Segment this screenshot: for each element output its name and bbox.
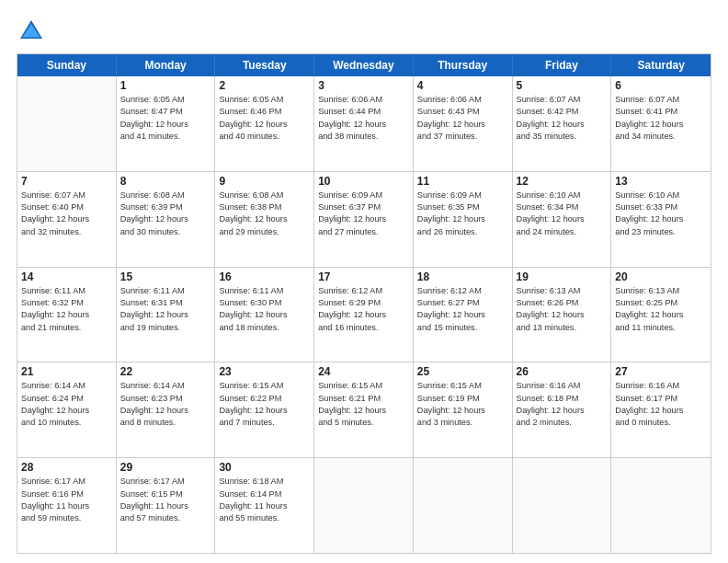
- calendar-cell: 28Sunrise: 6:17 AM Sunset: 6:16 PM Dayli…: [17, 458, 117, 553]
- day-info: Sunrise: 6:09 AM Sunset: 6:35 PM Dayligh…: [417, 190, 508, 238]
- calendar-cell: 19Sunrise: 6:13 AM Sunset: 6:26 PM Dayli…: [513, 268, 612, 362]
- calendar-header-cell: Monday: [117, 54, 216, 76]
- day-number: 14: [21, 270, 112, 283]
- day-number: 2: [219, 79, 310, 92]
- calendar-header-cell: Tuesday: [215, 54, 314, 76]
- day-info: Sunrise: 6:05 AM Sunset: 6:47 PM Dayligh…: [120, 94, 211, 143]
- calendar-cell: 15Sunrise: 6:11 AM Sunset: 6:31 PM Dayli…: [117, 268, 216, 362]
- day-number: 10: [318, 175, 409, 188]
- day-number: 23: [219, 365, 310, 378]
- calendar-header-row: SundayMondayTuesdayWednesdayThursdayFrid…: [17, 54, 711, 76]
- calendar-header-cell: Saturday: [611, 54, 711, 76]
- day-number: 6: [615, 79, 707, 92]
- day-number: 1: [120, 79, 211, 92]
- calendar-cell: 24Sunrise: 6:15 AM Sunset: 6:21 PM Dayli…: [314, 362, 414, 457]
- calendar-cell: 2Sunrise: 6:05 AM Sunset: 6:46 PM Daylig…: [215, 76, 314, 171]
- calendar-cell: 9Sunrise: 6:08 AM Sunset: 6:38 PM Daylig…: [215, 172, 314, 267]
- day-info: Sunrise: 6:16 AM Sunset: 6:17 PM Dayligh…: [615, 380, 707, 429]
- day-number: 26: [517, 365, 608, 378]
- day-number: 25: [417, 365, 508, 378]
- calendar-week-row: 14Sunrise: 6:11 AM Sunset: 6:32 PM Dayli…: [17, 268, 711, 363]
- day-number: 3: [318, 79, 409, 92]
- calendar-cell: 18Sunrise: 6:12 AM Sunset: 6:27 PM Dayli…: [414, 268, 513, 362]
- day-info: Sunrise: 6:14 AM Sunset: 6:24 PM Dayligh…: [21, 380, 112, 429]
- calendar-cell: 27Sunrise: 6:16 AM Sunset: 6:17 PM Dayli…: [611, 362, 711, 457]
- day-number: 18: [417, 270, 508, 283]
- page: SundayMondayTuesdayWednesdayThursdayFrid…: [0, 0, 728, 563]
- day-info: Sunrise: 6:11 AM Sunset: 6:31 PM Dayligh…: [120, 285, 211, 334]
- day-info: Sunrise: 6:10 AM Sunset: 6:34 PM Dayligh…: [517, 190, 608, 238]
- day-info: Sunrise: 6:15 AM Sunset: 6:19 PM Dayligh…: [417, 380, 508, 429]
- calendar-cell: 3Sunrise: 6:06 AM Sunset: 6:44 PM Daylig…: [314, 76, 414, 171]
- day-info: Sunrise: 6:17 AM Sunset: 6:15 PM Dayligh…: [120, 476, 211, 524]
- day-number: 29: [120, 461, 211, 474]
- day-info: Sunrise: 6:06 AM Sunset: 6:44 PM Dayligh…: [318, 94, 409, 143]
- calendar-cell: 17Sunrise: 6:12 AM Sunset: 6:29 PM Dayli…: [314, 268, 414, 362]
- day-number: 11: [417, 175, 508, 188]
- calendar: SundayMondayTuesdayWednesdayThursdayFrid…: [17, 53, 711, 554]
- calendar-cell: [611, 458, 711, 553]
- day-number: 17: [318, 270, 409, 283]
- calendar-cell: 16Sunrise: 6:11 AM Sunset: 6:30 PM Dayli…: [215, 268, 314, 362]
- calendar-cell: 23Sunrise: 6:15 AM Sunset: 6:22 PM Dayli…: [215, 362, 314, 457]
- day-number: 19: [517, 270, 608, 283]
- day-info: Sunrise: 6:06 AM Sunset: 6:43 PM Dayligh…: [417, 94, 508, 143]
- calendar-cell: [17, 76, 117, 171]
- calendar-cell: 14Sunrise: 6:11 AM Sunset: 6:32 PM Dayli…: [17, 268, 117, 362]
- day-info: Sunrise: 6:10 AM Sunset: 6:33 PM Dayligh…: [615, 190, 707, 238]
- calendar-cell: 20Sunrise: 6:13 AM Sunset: 6:25 PM Dayli…: [611, 268, 711, 362]
- calendar-cell: 8Sunrise: 6:08 AM Sunset: 6:39 PM Daylig…: [117, 172, 216, 267]
- calendar-cell: 4Sunrise: 6:06 AM Sunset: 6:43 PM Daylig…: [414, 76, 513, 171]
- day-number: 5: [517, 79, 608, 92]
- day-info: Sunrise: 6:17 AM Sunset: 6:16 PM Dayligh…: [21, 476, 112, 524]
- day-number: 13: [615, 175, 707, 188]
- calendar-cell: 30Sunrise: 6:18 AM Sunset: 6:14 PM Dayli…: [215, 458, 314, 553]
- day-info: Sunrise: 6:05 AM Sunset: 6:46 PM Dayligh…: [219, 94, 310, 143]
- day-info: Sunrise: 6:15 AM Sunset: 6:22 PM Dayligh…: [219, 380, 310, 429]
- logo-icon: [17, 17, 46, 46]
- calendar-week-row: 7Sunrise: 6:07 AM Sunset: 6:40 PM Daylig…: [17, 172, 711, 268]
- day-info: Sunrise: 6:12 AM Sunset: 6:27 PM Dayligh…: [417, 285, 508, 334]
- header: [17, 17, 711, 46]
- day-info: Sunrise: 6:07 AM Sunset: 6:40 PM Dayligh…: [21, 190, 112, 238]
- calendar-cell: [314, 458, 414, 553]
- calendar-week-row: 1Sunrise: 6:05 AM Sunset: 6:47 PM Daylig…: [17, 76, 711, 172]
- day-info: Sunrise: 6:16 AM Sunset: 6:18 PM Dayligh…: [517, 380, 608, 429]
- day-number: 28: [21, 461, 112, 474]
- day-info: Sunrise: 6:14 AM Sunset: 6:23 PM Dayligh…: [120, 380, 211, 429]
- day-number: 12: [517, 175, 608, 188]
- calendar-cell: [414, 458, 513, 553]
- day-number: 20: [615, 270, 707, 283]
- day-info: Sunrise: 6:13 AM Sunset: 6:25 PM Dayligh…: [615, 285, 707, 334]
- day-number: 21: [21, 365, 112, 378]
- day-info: Sunrise: 6:13 AM Sunset: 6:26 PM Dayligh…: [517, 285, 608, 334]
- day-info: Sunrise: 6:15 AM Sunset: 6:21 PM Dayligh…: [318, 380, 409, 429]
- calendar-cell: 26Sunrise: 6:16 AM Sunset: 6:18 PM Dayli…: [513, 362, 612, 457]
- calendar-cell: 6Sunrise: 6:07 AM Sunset: 6:41 PM Daylig…: [611, 76, 711, 171]
- day-info: Sunrise: 6:08 AM Sunset: 6:39 PM Dayligh…: [120, 190, 211, 238]
- calendar-cell: 12Sunrise: 6:10 AM Sunset: 6:34 PM Dayli…: [513, 172, 612, 267]
- calendar-body: 1Sunrise: 6:05 AM Sunset: 6:47 PM Daylig…: [17, 76, 711, 553]
- calendar-header-cell: Thursday: [414, 54, 513, 76]
- day-number: 15: [120, 270, 211, 283]
- calendar-header-cell: Wednesday: [314, 54, 414, 76]
- calendar-cell: 21Sunrise: 6:14 AM Sunset: 6:24 PM Dayli…: [17, 362, 117, 457]
- day-number: 24: [318, 365, 409, 378]
- calendar-cell: 10Sunrise: 6:09 AM Sunset: 6:37 PM Dayli…: [314, 172, 414, 267]
- day-number: 30: [219, 461, 310, 474]
- day-info: Sunrise: 6:09 AM Sunset: 6:37 PM Dayligh…: [318, 190, 409, 238]
- day-info: Sunrise: 6:08 AM Sunset: 6:38 PM Dayligh…: [219, 190, 310, 238]
- day-info: Sunrise: 6:07 AM Sunset: 6:41 PM Dayligh…: [615, 94, 707, 143]
- day-number: 22: [120, 365, 211, 378]
- day-number: 27: [615, 365, 707, 378]
- day-info: Sunrise: 6:07 AM Sunset: 6:42 PM Dayligh…: [517, 94, 608, 143]
- calendar-cell: 13Sunrise: 6:10 AM Sunset: 6:33 PM Dayli…: [611, 172, 711, 267]
- calendar-week-row: 28Sunrise: 6:17 AM Sunset: 6:16 PM Dayli…: [17, 458, 711, 553]
- calendar-cell: [513, 458, 612, 553]
- calendar-header-cell: Sunday: [17, 54, 117, 76]
- calendar-cell: 29Sunrise: 6:17 AM Sunset: 6:15 PM Dayli…: [117, 458, 216, 553]
- day-number: 8: [120, 175, 211, 188]
- calendar-cell: 7Sunrise: 6:07 AM Sunset: 6:40 PM Daylig…: [17, 172, 117, 267]
- calendar-week-row: 21Sunrise: 6:14 AM Sunset: 6:24 PM Dayli…: [17, 362, 711, 458]
- logo: [17, 17, 50, 46]
